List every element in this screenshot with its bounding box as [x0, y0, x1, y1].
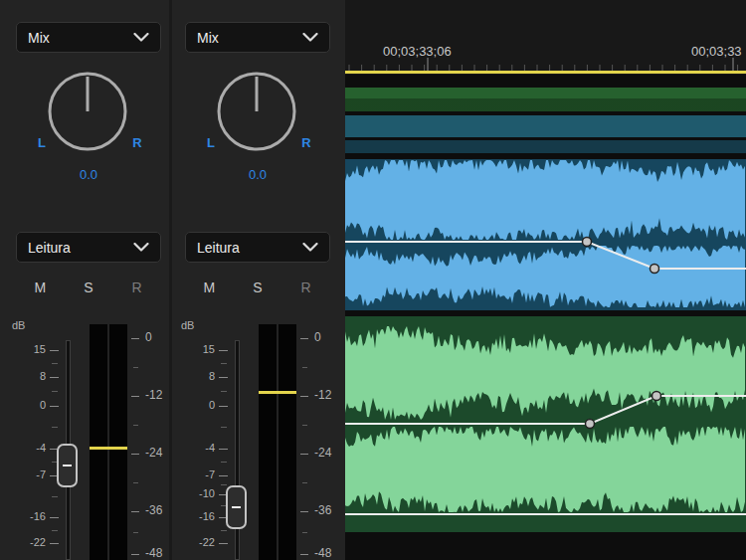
fader-scale-tick	[219, 449, 228, 450]
audio-track-1-clip[interactable]	[345, 159, 746, 310]
meter-scale-label: -12	[314, 388, 331, 402]
record-arm-button[interactable]: R	[295, 280, 317, 295]
automation-mode-value: Leitura	[28, 240, 71, 256]
meter-scale-tick	[131, 454, 139, 455]
work-area-line	[345, 71, 746, 74]
mute-button[interactable]: M	[198, 280, 220, 295]
fader-handle-grip	[232, 506, 241, 508]
input-select[interactable]: Mix	[16, 22, 161, 53]
keyframe-handle[interactable]	[586, 420, 595, 429]
fader-scale-label: 8	[175, 370, 215, 382]
meter-scale-tick	[133, 482, 138, 483]
fader-scale-label: -7	[175, 468, 215, 480]
fader-scale-label: -4	[6, 442, 46, 454]
fader-scale-tick	[221, 484, 227, 485]
clip-bar-teal[interactable]	[345, 115, 746, 137]
fader-scale-label: -16	[6, 510, 46, 522]
fader-scale-tick	[221, 462, 227, 463]
video-clip-bar[interactable]	[345, 88, 746, 111]
solo-button[interactable]: S	[247, 280, 269, 295]
fader-scale-tick	[219, 543, 228, 544]
meter-scale-label: -12	[145, 388, 162, 402]
fader-scale-tick	[50, 543, 59, 544]
meter-scale-tick	[300, 338, 308, 339]
pan-value[interactable]: 0.0	[6, 167, 171, 182]
time-ruler[interactable]: 00;03;33;06 00;03;33	[345, 0, 746, 75]
fader-handle[interactable]	[226, 485, 247, 529]
ruler-ticks	[345, 58, 746, 72]
mixer-channel-strip-1: Mix L R 0.0 Leitura M S R dB 1580-4-7-16…	[6, 0, 171, 560]
meter-scale-label: -24	[314, 446, 331, 460]
mixer-channel-strip-2: Mix L R 0.0 Leitura M S R dB 1580-4-7-10…	[175, 0, 340, 560]
chevron-down-icon	[133, 33, 149, 42]
fader-scale-label: -7	[6, 468, 46, 480]
meter-scale-tick	[300, 454, 308, 455]
track-state-buttons: M S R	[185, 280, 330, 295]
db-label: dB	[12, 319, 25, 331]
meter-scale-label: 0	[314, 330, 321, 344]
clip-bar-navy[interactable]	[345, 140, 746, 153]
pan-value[interactable]: 0.0	[175, 167, 340, 182]
audio-waveform	[345, 160, 745, 240]
meter-scale-tick	[300, 511, 308, 512]
pan-knob[interactable]	[215, 70, 298, 153]
panel-divider	[169, 0, 172, 560]
fader-scale-tick	[221, 530, 227, 531]
fader-scale-tick	[219, 406, 228, 407]
pan-knob[interactable]	[46, 70, 129, 153]
keyframe-handle[interactable]	[583, 238, 592, 247]
meter-scale-tick	[131, 554, 139, 555]
meter-scale-tick	[300, 396, 308, 397]
meter-scale-tick	[133, 425, 138, 426]
fader-scale-tick	[52, 530, 58, 531]
fader-scale-tick	[219, 350, 228, 351]
fader-scale-label: 0	[6, 399, 46, 411]
automation-mode-select[interactable]: Leitura	[185, 232, 330, 263]
mixer-panel: Mix L R 0.0 Leitura M S R dB 1580-4-7-16…	[0, 0, 345, 560]
fader-scale-label: -22	[6, 536, 46, 548]
chevron-down-icon	[302, 243, 318, 252]
keyframe-handle[interactable]	[651, 265, 659, 274]
fader-scale-tick	[219, 475, 228, 476]
fader-scale-tick	[219, 377, 228, 378]
pan-right-label: R	[296, 135, 316, 150]
audio-track-2-clip[interactable]	[345, 316, 746, 532]
fader-scale-tick	[221, 427, 227, 428]
meter-scale-tick	[302, 532, 307, 533]
peak-indicator	[90, 447, 127, 450]
mute-button[interactable]: M	[29, 280, 51, 295]
meter-scale-label: -24	[145, 446, 162, 460]
fader-scale-label: 15	[6, 343, 46, 355]
audio-track-mixer-window: Mix L R 0.0 Leitura M S R dB 1580-4-7-16…	[0, 0, 746, 560]
automation-mode-select[interactable]: Leitura	[16, 232, 161, 263]
meter-scale-tick	[131, 396, 139, 397]
meter-scale-tick	[133, 367, 138, 368]
meter-scale-tick	[131, 338, 139, 339]
level-meter-left	[259, 324, 277, 560]
meter-scale-tick	[302, 425, 307, 426]
level-meter-left	[90, 324, 107, 560]
db-label: dB	[181, 319, 194, 331]
fader-scale-label: -10	[175, 487, 215, 499]
meter-scale-tick	[302, 367, 307, 368]
track-state-buttons: M S R	[16, 280, 161, 295]
meter-scale-tick	[131, 511, 139, 512]
fader-scale-label: -22	[175, 536, 215, 548]
pan-right-label: R	[127, 135, 147, 150]
fader-handle[interactable]	[57, 444, 78, 487]
pan-left-label: L	[32, 135, 52, 150]
level-meter-right	[109, 324, 127, 560]
fader-scale-label: 0	[175, 399, 215, 411]
fader-scale-tick	[50, 377, 59, 378]
input-select-value: Mix	[197, 30, 219, 46]
keyframe-handle[interactable]	[653, 392, 661, 401]
meter-scale-tick	[300, 554, 308, 555]
solo-button[interactable]: S	[78, 280, 99, 295]
fader-scale-tick	[221, 363, 227, 364]
timeline-panel: 00;03;33;06 00;03;33	[345, 0, 746, 560]
input-select[interactable]: Mix	[185, 22, 330, 53]
automation-mode-value: Leitura	[197, 240, 240, 256]
meter-scale-label: -48	[314, 546, 331, 560]
audio-waveform	[345, 427, 745, 512]
record-arm-button[interactable]: R	[126, 280, 148, 295]
